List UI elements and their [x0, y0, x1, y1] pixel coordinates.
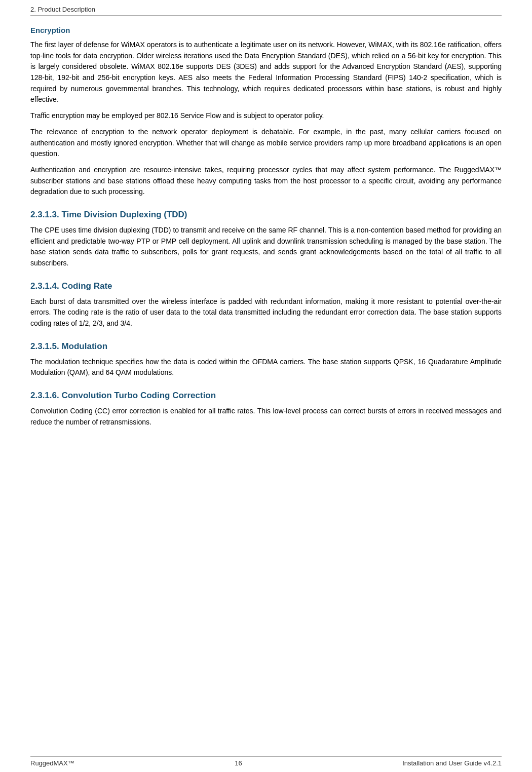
footer-right: Installation and User Guide v4.2.1 [402, 759, 502, 767]
page-footer: RuggedMAX™ 16 Installation and User Guid… [30, 756, 502, 767]
page-header-text: 2. Product Description [30, 6, 95, 13]
section-convolution-heading: 2.3.1.6. Convolution Turbo Coding Correc… [30, 391, 502, 401]
encryption-para4: Authentication and encryption are resour… [30, 165, 502, 198]
section-modulation-heading: 2.3.1.5. Modulation [30, 341, 502, 352]
encryption-para2: Traffic encryption may be employed per 8… [30, 110, 502, 122]
encryption-para1: The first layer of defense for WiMAX ope… [30, 40, 502, 105]
encryption-para3: The relevance of encryption to the netwo… [30, 127, 502, 160]
encryption-title: Encryption [30, 26, 502, 34]
section-coding-para1: Each burst of data transmitted over the … [30, 296, 502, 329]
section-convolution-para1: Convolution Coding (CC) error correction… [30, 406, 502, 428]
section-tdd-heading: 2.3.1.3. Time Division Duplexing (TDD) [30, 210, 502, 220]
footer-center: 16 [235, 759, 242, 767]
section-tdd-para1: The CPE uses time division duplexing (TD… [30, 225, 502, 269]
page-header: 2. Product Description [30, 0, 502, 16]
section-modulation-para1: The modulation technique specifies how t… [30, 357, 502, 378]
section-coding-heading: 2.3.1.4. Coding Rate [30, 281, 502, 291]
footer-left: RuggedMAX™ [30, 759, 74, 767]
